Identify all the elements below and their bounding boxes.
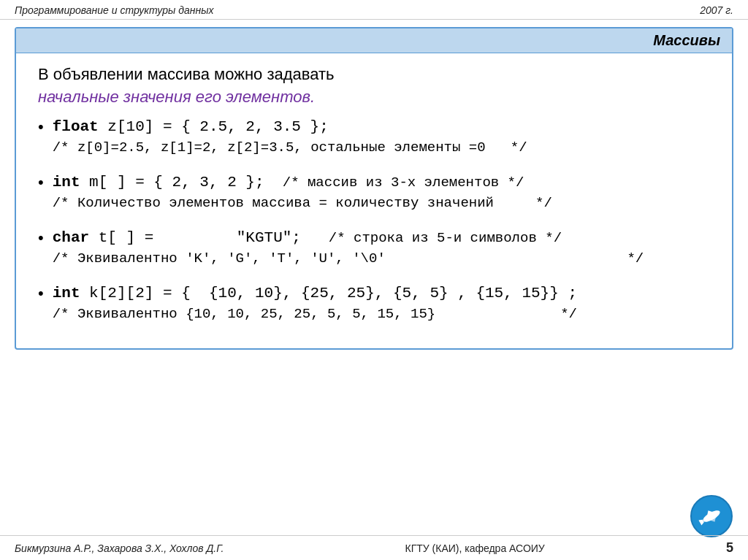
intro-text-purple: начальные значения его элементов.	[38, 88, 315, 106]
bullet-dot-int: •	[38, 173, 44, 192]
bullet-content-char: char t[ ] = "KGTU"; /* строка из 5-и сим…	[53, 227, 710, 269]
airplane-icon	[690, 494, 733, 538]
bullet-dot-char: •	[38, 229, 44, 248]
int2-line1: int k[2][2] = { {10, 10}, {25, 25}, {5, …	[53, 283, 710, 304]
float-line2: /* z[0]=2.5, z[1]=2, z[2]=3.5, остальные…	[53, 138, 710, 158]
slide-body: В объявлении массива можно задавать нача…	[16, 53, 732, 348]
float-keyword: float	[53, 118, 99, 135]
bullet-item-int2: • int k[2][2] = { {10, 10}, {25, 25}, {5…	[38, 283, 710, 325]
intro-paragraph: В объявлении массива можно задавать нача…	[38, 64, 710, 109]
footer-left: Бикмурзина А.Р., Захарова З.Х., Хохлов Д…	[15, 542, 224, 554]
char-code-rest: t[ ] = "KGTU"; /* строка из 5-и символов…	[89, 229, 562, 246]
page-header: Программирование и структуры данных 2007…	[0, 0, 748, 20]
int-code-rest: m[ ] = { 2, 3, 2 }; /* массив из 3-х эле…	[80, 174, 524, 191]
bullet-content-int: int m[ ] = { 2, 3, 2 }; /* массив из 3-х…	[53, 172, 710, 214]
bullet-item-float: • float z[10] = { 2.5, 2, 3.5 }; /* z[0]…	[38, 116, 710, 158]
header-right: 2007 г.	[700, 4, 733, 16]
char-keyword: char	[53, 229, 89, 246]
float-line1: float z[10] = { 2.5, 2, 3.5 };	[53, 116, 710, 138]
page-footer: Бикмурзина А.Р., Захарова З.Х., Хохлов Д…	[0, 535, 748, 560]
bullet-dot-int2: •	[38, 284, 44, 303]
float-code-rest: z[10] = { 2.5, 2, 3.5 };	[99, 118, 329, 135]
int2-line2: /* Эквивалентно {10, 10, 25, 25, 5, 5, 1…	[53, 304, 710, 325]
footer-center: КГТУ (КАИ), кафедра АСОИУ	[405, 542, 545, 554]
bullet-dot-float: •	[38, 118, 44, 137]
bullet-list: • float z[10] = { 2.5, 2, 3.5 }; /* z[0]…	[38, 116, 710, 325]
int-line2: /* Количество элементов массива = количе…	[53, 193, 710, 214]
int2-code-rest: k[2][2] = { {10, 10}, {25, 25}, {5, 5} ,…	[80, 285, 578, 302]
char-line1: char t[ ] = "KGTU"; /* строка из 5-и сим…	[53, 227, 710, 249]
int2-keyword: int	[53, 285, 80, 302]
bullet-item-int: • int m[ ] = { 2, 3, 2 }; /* массив из 3…	[38, 172, 710, 214]
int-line1: int m[ ] = { 2, 3, 2 }; /* массив из 3-х…	[53, 172, 710, 193]
bullet-item-char: • char t[ ] = "KGTU"; /* строка из 5-и с…	[38, 227, 710, 269]
slide-container: Массивы В объявлении массива можно задав…	[15, 27, 733, 350]
int-keyword: int	[53, 174, 80, 191]
slide-title: Массивы	[16, 28, 732, 53]
intro-text-main: В объявлении массива можно задавать	[38, 65, 335, 83]
header-left: Программирование и структуры данных	[15, 4, 214, 16]
bullet-content-float: float z[10] = { 2.5, 2, 3.5 }; /* z[0]=2…	[53, 116, 710, 158]
footer-page: 5	[726, 540, 733, 556]
char-line2: /* Эквивалентно 'K', 'G', 'T', 'U', '\0'…	[53, 249, 710, 269]
bullet-content-int2: int k[2][2] = { {10, 10}, {25, 25}, {5, …	[53, 283, 710, 325]
